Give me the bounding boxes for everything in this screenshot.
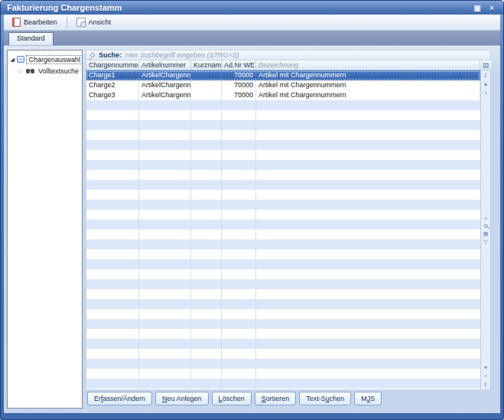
ansicht-label: Ansicht [89, 18, 112, 26]
navigation-tree: ◢ Chargenauswahl ▷ Volltextsuche [7, 50, 83, 409]
table-cell: Charge3 [86, 90, 139, 100]
strip-group-top: ↥▲▵ [483, 73, 489, 95]
sortieren-button[interactable]: Sortieren [255, 392, 297, 405]
button-label-part: eu Anlegen [167, 395, 202, 402]
view-icon [76, 18, 86, 27]
scroll-up-icon[interactable]: ▲ [483, 81, 489, 86]
table-cell: 70000 [222, 80, 256, 90]
table-row[interactable]: Charge2ArtikelChargennumme70000Artikel m… [86, 80, 480, 90]
column-header-label: Ad.Nr WE [224, 61, 255, 69]
ansicht-button[interactable]: Ansicht [71, 15, 117, 29]
table-cell: Charge2 [86, 80, 139, 90]
mjs-button[interactable]: MJS [354, 392, 382, 405]
column-header-label: Chargennummer [89, 61, 139, 69]
loeschen-button[interactable]: Löschen [212, 392, 252, 405]
binoculars-icon [26, 69, 30, 73]
column-header-label: Kurzname [193, 61, 222, 69]
search-icon[interactable] [484, 224, 488, 228]
table-cell: 70000 [222, 90, 256, 100]
filter-icon[interactable]: ▽ [483, 239, 487, 245]
tree-expanded-icon[interactable]: ◢ [10, 57, 15, 63]
grid-line [255, 70, 256, 389]
text-suchen-button[interactable]: Text-Suchen [299, 392, 351, 405]
row-height-icon[interactable]: ≡ [484, 216, 487, 221]
tree-item-label[interactable]: Chargenauswahl [27, 56, 82, 63]
table-cell: Artikel mit Chargennummern [256, 90, 480, 100]
column-header-adnrwe[interactable]: Ad.Nr WE [222, 60, 256, 70]
search-placeholder: Hier Suchbegriff eingeben (STRG+S) [125, 51, 239, 59]
search-icon [90, 53, 95, 57]
table-row[interactable]: Charge1ArtikelChargennumme70000Artikel m… [86, 70, 480, 80]
grid-line [190, 70, 191, 389]
scroll-bottom-icon[interactable]: ↧ [483, 382, 488, 387]
tab-strip: Standard [4, 31, 500, 46]
column-header-artikelnummer[interactable]: Artikelnummer [139, 60, 191, 70]
button-label-part: assen/Ändern [103, 395, 146, 402]
main-panel: Suche: Hier Suchbegriff eingeben (STRG+S… [86, 50, 491, 409]
table-cell: Charge1 [86, 70, 139, 80]
strip-group-bottom: ▼+↧ [483, 365, 489, 387]
search-bar[interactable]: Suche: Hier Suchbegriff eingeben (STRG+S… [86, 50, 491, 60]
column-header-bezeichnung[interactable]: Bezeichnung [256, 60, 480, 70]
grid-side-toolbar: ↥▲▵≡▦▽▼+↧ [480, 70, 491, 389]
restore-icon[interactable]: ▣ [472, 3, 483, 13]
tab-content: ◢ Chargenauswahl ▷ Volltextsuche Suche: … [4, 46, 500, 413]
table-cell [191, 80, 222, 90]
strip-group-middle: ≡▦▽ [483, 216, 489, 245]
tree-item-chargenauswahl[interactable]: ◢ Chargenauswahl [8, 54, 82, 65]
button-label-part: Text-S [306, 395, 326, 402]
grid-line [138, 70, 139, 389]
zoom-in-icon[interactable]: + [484, 373, 487, 379]
table-rows: Charge1ArtikelChargennumme70000Artikel m… [86, 70, 480, 100]
tab-standard[interactable]: Standard [8, 32, 54, 45]
table-cell: ArtikelChargennumme [139, 90, 191, 100]
column-header-chargennummer[interactable]: Chargennummer▼ [86, 60, 139, 70]
neu-anlegen-button[interactable]: Neu Anlegen [155, 392, 209, 405]
table-cell: 70000 [222, 70, 256, 80]
button-label-part: chen [330, 395, 345, 402]
tree-collapsed-icon[interactable]: ▷ [18, 68, 24, 74]
button-label-part: öschen [223, 395, 245, 402]
table-cell: ArtikelChargennumme [139, 70, 191, 80]
toolbar: Bearbeiten Ansicht [4, 15, 500, 31]
table-row[interactable]: Charge3ArtikelChargennumme70000Artikel m… [86, 90, 480, 100]
app-window: Fakturierung Chargenstamm ▣ × Bearbeiten… [0, 0, 504, 420]
titlebar[interactable]: Fakturierung Chargenstamm ▣ × [1, 1, 503, 15]
column-header-kurzname[interactable]: Kurzname [191, 60, 222, 70]
bearbeiten-label: Bearbeiten [24, 18, 57, 26]
tab-standard-label: Standard [17, 34, 45, 42]
column-header-label: Bezeichnung [259, 61, 298, 69]
column-header-label: Artikelnummer [141, 61, 186, 69]
client-area: Bearbeiten Ansicht Standard ◢ Chargenaus… [4, 15, 500, 413]
table-cell: ArtikelChargennumme [139, 80, 191, 90]
list-panel-icon [17, 56, 24, 63]
tree-item-label[interactable]: Volltextsuche [37, 67, 80, 75]
scroll-down-icon[interactable]: ▼ [483, 365, 489, 370]
table-cell: Artikel mit Chargennummern [256, 70, 480, 80]
erfassen-aendern-button[interactable]: Erfassen/Ändern [87, 392, 152, 405]
button-label-part: M [361, 395, 367, 402]
table-cell [191, 70, 222, 80]
button-label-part: Er [94, 395, 101, 402]
table-cell [191, 90, 222, 100]
toolbar-separator [67, 17, 67, 28]
grid-line [221, 70, 222, 389]
window-title: Fakturierung Chargenstamm [7, 3, 122, 12]
scroll-top-icon[interactable]: ↥ [483, 73, 488, 78]
edit-icon [12, 18, 21, 27]
table-header: Chargennummer▼ArtikelnummerKurznameAd.Nr… [86, 60, 480, 70]
bearbeiten-button[interactable]: Bearbeiten [7, 15, 63, 29]
button-label-part: ortieren [266, 395, 290, 402]
search-label: Suche: [99, 51, 122, 59]
grid-icon[interactable]: ▦ [483, 231, 489, 236]
table-cell: Artikel mit Chargennummern [256, 80, 480, 90]
button-label-part: S [370, 395, 375, 402]
column-chooser-icon[interactable]: ▤ [480, 60, 491, 70]
row-up-icon[interactable]: ▵ [484, 90, 487, 95]
close-icon[interactable]: × [486, 3, 497, 13]
tree-item-volltextsuche[interactable]: ▷ Volltextsuche [8, 65, 82, 77]
table-body: Charge1ArtikelChargennumme70000Artikel m… [86, 70, 480, 389]
action-button-bar: Erfassen/ÄndernNeu AnlegenLöschenSortier… [87, 391, 382, 406]
window-controls: ▣ × [472, 3, 497, 13]
